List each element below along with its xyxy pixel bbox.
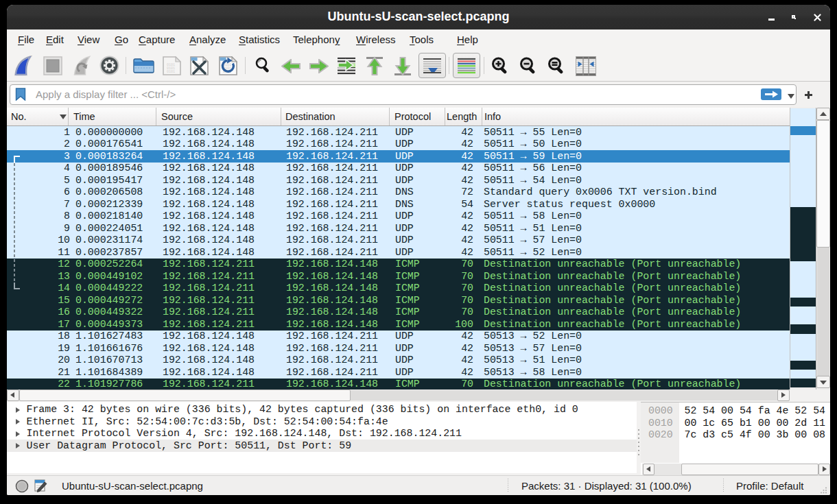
svg-text:0101: 0101 [167,70,175,74]
